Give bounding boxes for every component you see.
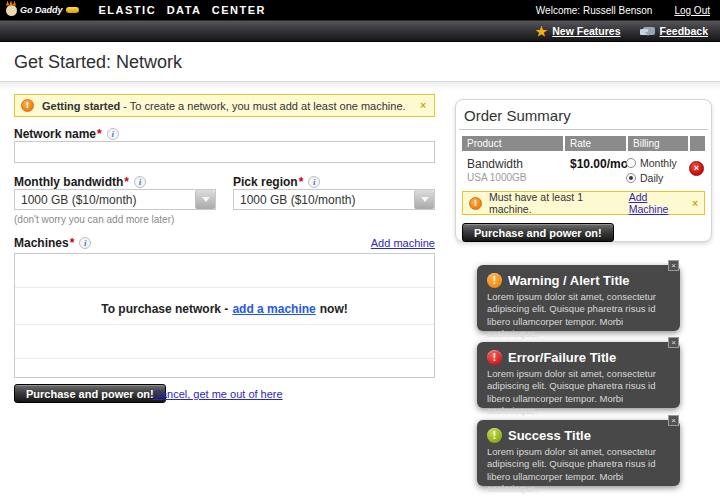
region-selected-value: 1000 GB ($10/month) bbox=[234, 190, 414, 209]
network-name-input[interactable] bbox=[14, 141, 435, 163]
add-machine-alert-link[interactable]: Add Machine bbox=[629, 191, 686, 215]
region-dropdown[interactable]: 1000 GB ($10/month) bbox=[233, 189, 435, 210]
toast-body: Lorem ipsum dolor sit amet, consectetur … bbox=[477, 445, 680, 495]
error-toast: × ! Error/Failure Title Lorem ipsum dolo… bbox=[477, 342, 680, 408]
info-icon[interactable]: i bbox=[134, 176, 146, 188]
purchase-button[interactable]: Purchase and power on! bbox=[14, 384, 166, 403]
welcome-text: Welcome: Russell Benson bbox=[536, 5, 653, 16]
row-divider bbox=[15, 324, 434, 325]
info-icon[interactable]: i bbox=[107, 128, 119, 140]
product-name: Bandwidth bbox=[467, 157, 565, 171]
pick-region-label: Pick region* i bbox=[233, 175, 320, 189]
machine-required-alert: ! Must have at least 1 machine. Add Mach… bbox=[462, 191, 705, 215]
monthly-bandwidth-label: Monthly bandwidth* i bbox=[14, 175, 146, 189]
star-icon: ★ bbox=[536, 25, 548, 38]
radio-icon-selected[interactable] bbox=[626, 173, 636, 183]
required-asterisk: * bbox=[299, 175, 304, 189]
secondary-nav-bar: ★ New Features Feedback bbox=[0, 20, 720, 42]
product-detail: USA 1000GB bbox=[467, 172, 565, 183]
success-toast: × ! Success Title Lorem ipsum dolor sit … bbox=[477, 420, 680, 486]
getting-started-alert: ! Getting started - To create a network,… bbox=[14, 94, 435, 117]
billing-daily-radio[interactable]: Daily bbox=[626, 172, 688, 184]
toast-title: Success Title bbox=[508, 428, 591, 443]
required-asterisk: * bbox=[97, 127, 102, 141]
close-icon[interactable]: × bbox=[668, 337, 679, 348]
warning-circle-icon: ! bbox=[469, 197, 482, 210]
machines-label: Machines* i bbox=[14, 236, 371, 250]
column-header-product: Product bbox=[462, 136, 563, 151]
billing-options: Monthly Daily bbox=[626, 157, 688, 184]
info-icon[interactable]: i bbox=[79, 237, 91, 249]
brand-name: Go Daddy bbox=[20, 5, 63, 15]
delete-item-icon[interactable]: × bbox=[689, 161, 704, 176]
toast-body: Lorem ipsum dolor sit amet, consectetur … bbox=[477, 290, 680, 340]
alert-text: Getting started - To create a network, y… bbox=[42, 100, 406, 112]
dropdown-arrow-button[interactable] bbox=[195, 190, 215, 209]
bandwidth-dropdown[interactable]: 1000 GB ($10/month) bbox=[14, 189, 216, 210]
godaddy-logo[interactable]: Go Daddy bbox=[6, 5, 79, 16]
error-circle-icon: ! bbox=[487, 350, 502, 365]
success-circle-icon: ! bbox=[487, 428, 502, 443]
feedback-bubble-icon bbox=[643, 27, 655, 35]
divider bbox=[459, 129, 708, 130]
godaddy-mascot-icon bbox=[6, 5, 17, 16]
bandwidth-selected-value: 1000 GB ($10/month) bbox=[15, 190, 195, 209]
row-divider bbox=[15, 358, 434, 359]
info-icon[interactable]: i bbox=[308, 176, 320, 188]
column-header-billing: Billing bbox=[628, 136, 688, 151]
warning-circle-icon: ! bbox=[487, 273, 502, 288]
chevron-down-icon bbox=[202, 197, 210, 202]
toast-body: Lorem ipsum dolor sit amet, consectetur … bbox=[477, 367, 680, 417]
rate-value: $10.00/mo bbox=[565, 157, 626, 171]
billing-monthly-radio[interactable]: Monthly bbox=[626, 157, 688, 169]
close-icon[interactable]: × bbox=[668, 260, 679, 271]
purchase-button-summary[interactable]: Purchase and power on! bbox=[462, 223, 614, 242]
bandwidth-hint: (don't worry you can add more later) bbox=[14, 214, 174, 225]
brand-pill-icon bbox=[66, 7, 79, 13]
toast-title: Error/Failure Title bbox=[508, 350, 616, 365]
order-summary-panel: Order Summary Product Rate Billing Bandw… bbox=[455, 99, 712, 242]
required-asterisk: * bbox=[70, 236, 75, 250]
log-out-link[interactable]: Log Out bbox=[674, 5, 710, 16]
radio-icon[interactable] bbox=[626, 158, 636, 168]
cancel-link[interactable]: Cancel, get me out of here bbox=[153, 388, 283, 400]
page-title: Get Started: Network bbox=[14, 52, 182, 73]
close-icon[interactable]: × bbox=[420, 100, 426, 111]
top-bar: Go Daddy ELASTIC DATA CENTER Welcome: Ru… bbox=[0, 0, 720, 20]
required-asterisk: * bbox=[124, 175, 129, 189]
dropdown-arrow-button[interactable] bbox=[414, 190, 434, 209]
add-machine-link[interactable]: Add machine bbox=[371, 237, 435, 249]
alert-text: Must have at least 1 machine. bbox=[489, 191, 618, 215]
column-header-actions bbox=[690, 136, 705, 151]
column-header-rate: Rate bbox=[565, 136, 626, 151]
close-icon[interactable]: × bbox=[668, 415, 679, 426]
order-summary-table-header: Product Rate Billing bbox=[462, 136, 705, 151]
warning-toast: × ! Warning / Alert Title Lorem ipsum do… bbox=[477, 265, 680, 331]
row-divider bbox=[15, 287, 434, 288]
machines-empty-table: To purchase network - add a machine now! bbox=[14, 253, 435, 378]
chevron-down-icon bbox=[421, 197, 429, 202]
close-icon[interactable]: × bbox=[692, 198, 698, 209]
new-features-link[interactable]: New Features bbox=[552, 25, 620, 37]
add-a-machine-link[interactable]: add a machine bbox=[232, 302, 315, 316]
order-summary-title: Order Summary bbox=[456, 100, 711, 129]
toast-title: Warning / Alert Title bbox=[508, 273, 630, 288]
feedback-link[interactable]: Feedback bbox=[660, 25, 708, 37]
content-divider bbox=[0, 81, 720, 90]
machines-empty-message: To purchase network - add a machine now! bbox=[15, 294, 434, 324]
network-name-label: Network name* i bbox=[14, 127, 119, 141]
table-row: Bandwidth USA 1000GB $10.00/mo Monthly D… bbox=[462, 157, 705, 184]
warning-circle-icon: ! bbox=[21, 99, 34, 112]
app-title: ELASTIC DATA CENTER bbox=[99, 4, 266, 16]
